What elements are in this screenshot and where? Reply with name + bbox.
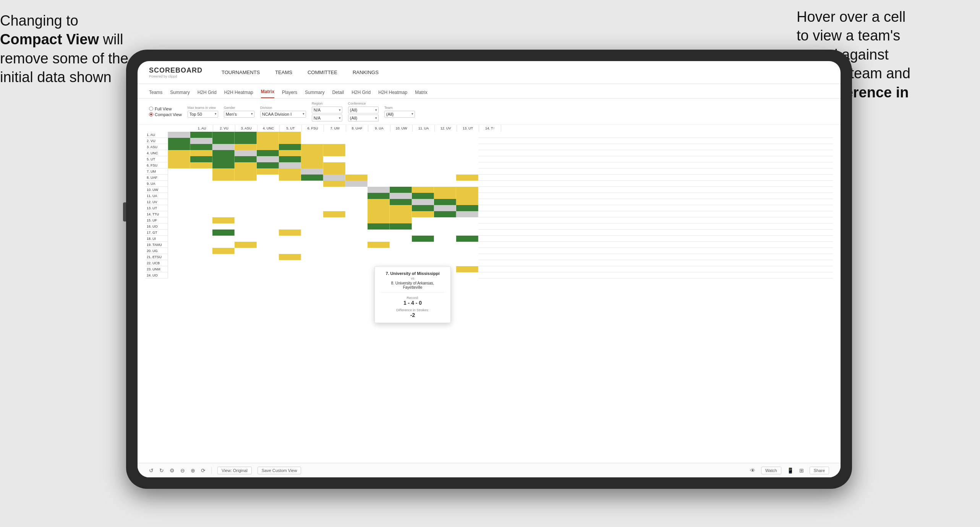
matrix-cell[interactable] (368, 254, 390, 260)
matrix-cell[interactable] (456, 254, 478, 260)
matrix-cell[interactable] (323, 162, 345, 168)
matrix-cell[interactable] (212, 168, 235, 175)
matrix-cell[interactable] (235, 242, 257, 248)
matrix-cell[interactable] (212, 242, 235, 248)
matrix-cell[interactable] (368, 205, 390, 211)
matrix-cell[interactable] (235, 236, 257, 242)
matrix-cell[interactable] (212, 138, 235, 144)
matrix-cell[interactable] (345, 162, 368, 168)
matrix-cell[interactable] (412, 254, 434, 260)
matrix-cell[interactable] (390, 168, 412, 175)
matrix-cell[interactable] (368, 138, 390, 144)
matrix-cell[interactable] (390, 248, 412, 254)
matrix-cell[interactable] (168, 242, 190, 248)
matrix-cell[interactable] (279, 144, 301, 150)
matrix-cell[interactable] (301, 242, 323, 248)
matrix-cell[interactable] (257, 193, 279, 199)
matrix-cell[interactable] (345, 266, 368, 272)
matrix-cell[interactable] (190, 260, 212, 266)
matrix-cell[interactable] (368, 236, 390, 242)
gender-select[interactable]: Men's (224, 111, 254, 118)
conference-select[interactable]: (All) (348, 107, 379, 113)
matrix-cell[interactable] (368, 187, 390, 193)
matrix-cell[interactable] (212, 230, 235, 236)
matrix-cell[interactable] (390, 242, 412, 248)
matrix-cell[interactable] (412, 217, 434, 223)
matrix-cell[interactable] (456, 193, 478, 199)
matrix-cell[interactable] (168, 193, 190, 199)
matrix-cell[interactable] (279, 254, 301, 260)
matrix-cell[interactable] (235, 205, 257, 211)
matrix-cell[interactable] (257, 211, 279, 217)
matrix-cell[interactable] (323, 193, 345, 199)
matrix-cell[interactable] (257, 144, 279, 150)
matrix-cell[interactable] (301, 272, 323, 278)
matrix-cell[interactable] (301, 211, 323, 217)
matrix-cell[interactable] (390, 211, 412, 217)
matrix-cell[interactable] (212, 254, 235, 260)
matrix-cell[interactable] (456, 162, 478, 168)
region-select2[interactable]: N/A (312, 115, 342, 121)
matrix-cell[interactable] (235, 144, 257, 150)
matrix-cell[interactable] (257, 254, 279, 260)
matrix-cell[interactable] (456, 132, 478, 138)
matrix-cell[interactable] (257, 230, 279, 236)
matrix-cell[interactable] (190, 254, 212, 260)
matrix-cell[interactable] (390, 156, 412, 162)
matrix-cell[interactable] (190, 150, 212, 156)
matrix-cell[interactable] (323, 223, 345, 230)
matrix-cell[interactable] (456, 156, 478, 162)
matrix-cell[interactable] (434, 187, 456, 193)
matrix-cell[interactable] (390, 187, 412, 193)
matrix-cell[interactable] (190, 211, 212, 217)
matrix-cell[interactable] (235, 266, 257, 272)
matrix-cell[interactable] (390, 205, 412, 211)
matrix-cell[interactable] (168, 248, 190, 254)
matrix-cell[interactable] (212, 223, 235, 230)
matrix-cell[interactable] (168, 217, 190, 223)
matrix-cell[interactable] (456, 223, 478, 230)
matrix-cell[interactable] (456, 217, 478, 223)
matrix-cell[interactable] (390, 175, 412, 181)
matrix-cell[interactable] (434, 150, 456, 156)
matrix-cell[interactable] (412, 211, 434, 217)
matrix-cell[interactable] (301, 193, 323, 199)
matrix-cell[interactable] (368, 181, 390, 187)
matrix-cell[interactable] (168, 230, 190, 236)
matrix-cell[interactable] (257, 205, 279, 211)
matrix-cell[interactable] (323, 181, 345, 187)
matrix-cell[interactable] (412, 199, 434, 205)
matrix-cell[interactable] (190, 162, 212, 168)
settings-icon[interactable]: ⚙ (170, 467, 175, 474)
matrix-cell[interactable] (434, 132, 456, 138)
matrix-cell[interactable] (323, 175, 345, 181)
matrix-cell[interactable] (257, 242, 279, 248)
matrix-cell[interactable] (168, 175, 190, 181)
matrix-cell[interactable] (279, 236, 301, 242)
matrix-cell[interactable] (412, 260, 434, 266)
matrix-cell[interactable] (434, 211, 456, 217)
matrix-cell[interactable] (235, 132, 257, 138)
matrix-cell[interactable] (190, 138, 212, 144)
tab-matrix2[interactable]: Matrix (415, 90, 428, 98)
compact-view-radio[interactable]: Compact View (149, 112, 182, 117)
matrix-cell[interactable] (212, 181, 235, 187)
matrix-cell[interactable] (190, 181, 212, 187)
matrix-cell[interactable] (434, 168, 456, 175)
matrix-cell[interactable] (279, 266, 301, 272)
matrix-cell[interactable] (390, 162, 412, 168)
tab-summary2[interactable]: Summary (305, 90, 324, 98)
matrix-cell[interactable] (345, 211, 368, 217)
matrix-cell[interactable] (368, 199, 390, 205)
matrix-cell[interactable] (368, 175, 390, 181)
matrix-cell[interactable] (235, 175, 257, 181)
matrix-cell[interactable] (235, 211, 257, 217)
matrix-cell[interactable] (345, 254, 368, 260)
region-select[interactable]: N/A (312, 107, 342, 113)
matrix-cell[interactable] (456, 144, 478, 150)
zoom-out-icon[interactable]: ⊖ (180, 467, 185, 474)
matrix-cell[interactable] (345, 230, 368, 236)
matrix-cell[interactable] (412, 144, 434, 150)
matrix-cell[interactable] (412, 175, 434, 181)
matrix-cell[interactable] (235, 150, 257, 156)
